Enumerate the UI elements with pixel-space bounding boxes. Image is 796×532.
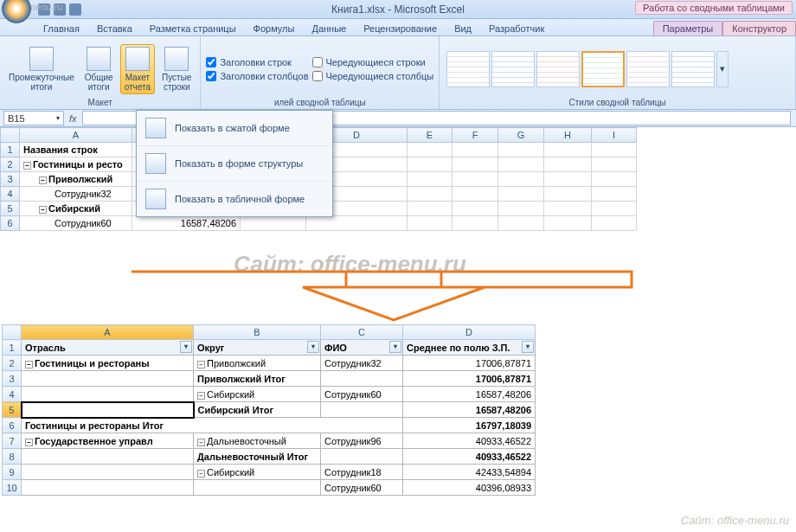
col-header[interactable]: D — [403, 325, 536, 340]
collapse-icon[interactable]: − — [23, 162, 31, 170]
collapse-icon[interactable]: − — [197, 361, 205, 369]
cell[interactable] — [498, 143, 544, 157]
cell[interactable]: 16587,48206 — [132, 216, 241, 231]
row-headers-checkbox[interactable]: Заголовки строк — [206, 57, 308, 67]
cell[interactable]: Сотрудник60 — [321, 387, 403, 402]
cell[interactable]: 16587,48206 — [403, 402, 536, 418]
cell[interactable] — [408, 157, 453, 172]
cell[interactable]: 40396,08933 — [403, 480, 536, 496]
row-header[interactable]: 2 — [1, 157, 20, 172]
col-header[interactable]: H — [544, 128, 592, 143]
cell[interactable] — [453, 143, 498, 157]
filter-dropdown-icon[interactable]: ▾ — [389, 341, 401, 353]
cell[interactable]: Сотрудник60 — [20, 216, 132, 231]
row-header[interactable]: 1 — [1, 143, 20, 157]
cell[interactable] — [453, 216, 498, 231]
menu-outline-form[interactable]: Показать в форме структуры — [137, 146, 332, 182]
collapse-icon[interactable]: − — [197, 470, 205, 478]
cell[interactable] — [498, 202, 544, 216]
menu-compact-form[interactable]: Показать в сжатой форме — [137, 111, 332, 146]
cell[interactable]: Дальневосточный Итог — [194, 449, 321, 465]
pivot-field-header[interactable]: Округ▾ — [194, 340, 321, 356]
col-header[interactable]: B — [194, 325, 321, 340]
style-thumb-selected[interactable] — [581, 51, 625, 87]
tab-review[interactable]: Рецензирование — [355, 22, 446, 35]
col-header[interactable]: A — [22, 325, 194, 340]
cell[interactable]: −Сибирский — [194, 387, 321, 402]
cell[interactable] — [194, 480, 321, 496]
cell[interactable] — [498, 187, 544, 202]
row-header[interactable]: 4 — [3, 387, 22, 402]
filter-dropdown-icon[interactable]: ▾ — [180, 341, 192, 353]
style-thumb[interactable] — [491, 51, 535, 87]
pivot-field-header[interactable]: Отрасль▾ — [22, 340, 194, 356]
blank-rows-button[interactable]: Пустые строки — [158, 45, 195, 93]
pivot-field-header[interactable]: Среднее по полю З.П.▾ — [403, 340, 536, 356]
row-header[interactable]: 2 — [3, 356, 22, 371]
row-header[interactable]: 7 — [3, 433, 22, 449]
cell[interactable]: −Сибирский — [194, 465, 321, 480]
cell[interactable]: Сотрудник96 — [321, 433, 403, 449]
styles-gallery[interactable]: ▾ — [445, 40, 790, 98]
col-header[interactable]: E — [408, 128, 453, 143]
cell[interactable]: Сотрудник18 — [321, 465, 403, 480]
cell[interactable] — [321, 449, 403, 465]
cell[interactable]: −Гостиницы и рестораны — [22, 356, 194, 371]
row-header[interactable]: 5 — [3, 402, 22, 418]
tab-developer[interactable]: Разработчик — [480, 22, 553, 35]
cell[interactable] — [544, 172, 592, 187]
tab-constructor[interactable]: Конструктор — [722, 21, 796, 35]
pivot-field-header[interactable]: ФИО▾ — [321, 340, 403, 356]
report-layout-button[interactable]: Макет отчета — [120, 44, 155, 94]
fx-icon[interactable]: fx — [69, 113, 77, 124]
cell[interactable]: Сибирский Итог — [194, 402, 321, 418]
row-header[interactable]: 3 — [1, 172, 20, 187]
cell[interactable] — [592, 172, 637, 187]
col-header[interactable]: G — [498, 128, 544, 143]
col-header[interactable]: A — [20, 128, 132, 143]
tab-insert[interactable]: Вставка — [88, 22, 141, 35]
cell[interactable] — [498, 216, 544, 231]
cell[interactable]: −Гостиницы и ресто — [20, 157, 132, 172]
cell[interactable]: −Сибирский — [20, 202, 132, 216]
collapse-icon[interactable]: − — [25, 361, 33, 369]
banded-cols-checkbox[interactable]: Чередующиеся столбцы — [312, 71, 434, 81]
row-header[interactable]: 3 — [3, 371, 22, 387]
cell[interactable]: −Дальневосточный — [194, 433, 321, 449]
cell[interactable] — [321, 371, 403, 387]
row-header[interactable]: 8 — [3, 449, 22, 465]
cell[interactable] — [544, 143, 592, 157]
cell[interactable] — [544, 216, 592, 231]
cell[interactable]: Приволжский Итог — [194, 371, 321, 387]
cell[interactable] — [453, 157, 498, 172]
cell[interactable] — [408, 143, 453, 157]
cell[interactable] — [592, 187, 637, 202]
tab-view[interactable]: Вид — [446, 22, 480, 35]
cell[interactable]: 42433,54894 — [403, 465, 536, 480]
cell[interactable] — [22, 465, 194, 480]
collapse-icon[interactable]: − — [197, 439, 205, 446]
cell[interactable]: Сотрудник32 — [321, 356, 403, 371]
filter-dropdown-icon[interactable]: ▾ — [307, 341, 319, 353]
row-header[interactable]: 9 — [3, 465, 22, 480]
collapse-icon[interactable]: − — [39, 176, 47, 184]
menu-tabular-form[interactable]: Показать в табличной форме — [137, 182, 332, 216]
row-header[interactable]: 10 — [3, 480, 22, 496]
tab-pagelayout[interactable]: Разметка страницы — [141, 22, 245, 35]
cell[interactable] — [498, 157, 544, 172]
col-headers-checkbox[interactable]: Заголовки столбцов — [206, 71, 308, 81]
tab-formulas[interactable]: Формулы — [245, 22, 304, 35]
cell[interactable] — [592, 157, 637, 172]
cell[interactable] — [453, 202, 498, 216]
cell[interactable] — [321, 402, 403, 418]
cell[interactable]: 16797,18039 — [403, 418, 536, 433]
bottom-grid[interactable]: ABCD1Отрасль▾Округ▾ФИО▾Среднее по полю З… — [2, 324, 536, 496]
cell[interactable]: −Государственное управл — [22, 433, 194, 449]
tab-home[interactable]: Главная — [35, 22, 88, 35]
cell[interactable]: 16587,48206 — [403, 387, 536, 402]
style-thumb[interactable] — [671, 51, 715, 87]
cell[interactable] — [408, 187, 453, 202]
cell[interactable] — [22, 387, 194, 402]
gallery-more-button[interactable]: ▾ — [716, 51, 729, 87]
cell[interactable] — [453, 172, 498, 187]
